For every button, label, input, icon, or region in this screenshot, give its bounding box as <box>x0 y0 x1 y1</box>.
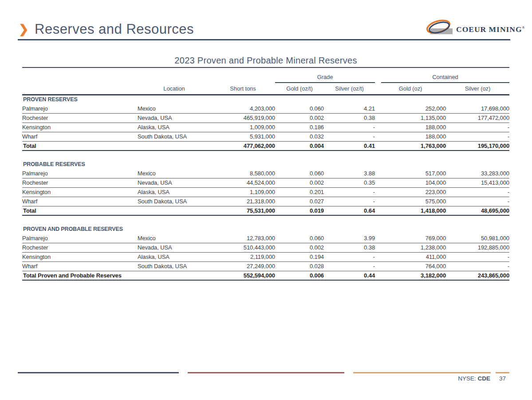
silver-oz-cell: - <box>446 261 509 271</box>
gold-ozt-cell: 0.186 <box>275 123 324 132</box>
silver-oz-cell: - <box>446 197 509 206</box>
spacer-row <box>22 215 509 224</box>
total-row: Total Proven and Probable Reserves552,59… <box>22 271 509 280</box>
gold-oz-cell: 252,000 <box>375 104 446 113</box>
location-cell: Nevada, USA <box>138 113 211 123</box>
name-cell: Rochester <box>22 243 138 252</box>
silver-oz-cell: 192,885,000 <box>446 243 509 252</box>
logo-text: COEUR MINING® <box>456 25 525 34</box>
silver-oz-cell: - <box>446 187 509 197</box>
total-short-tons-cell: 477,062,000 <box>211 141 275 150</box>
total-silver-ozt-cell: 0.64 <box>324 206 375 215</box>
table-row: WharfSouth Dakota, USA21,318,0000.027-57… <box>22 197 509 206</box>
column-header-silver-oz: Silver (oz) <box>446 83 509 95</box>
location-cell: Nevada, USA <box>138 178 211 187</box>
name-cell: Wharf <box>22 261 138 271</box>
silver-ozt-cell: 0.35 <box>324 178 375 187</box>
silver-ozt-cell: - <box>324 197 375 206</box>
short-tons-cell: 5,931,000 <box>211 132 275 141</box>
total-silver-oz-cell: 195,170,000 <box>446 141 509 150</box>
silver-ozt-cell: 3.88 <box>324 169 375 178</box>
gold-oz-cell: 769,000 <box>375 234 446 243</box>
name-cell: Wharf <box>22 132 138 141</box>
silver-oz-cell: - <box>446 132 509 141</box>
gold-oz-cell: 517,000 <box>375 169 446 178</box>
short-tons-cell: 510,443,000 <box>211 243 275 252</box>
gold-oz-cell: 188,000 <box>375 123 446 132</box>
table-row: RochesterNevada, USA510,443,0000.0020.38… <box>22 243 509 252</box>
total-row: Total75,531,0000.0190.641,418,00048,695,… <box>22 206 509 215</box>
gold-oz-cell: 223,000 <box>375 187 446 197</box>
name-cell: Palmarejo <box>22 234 138 243</box>
coeur-mining-logo: COEUR MINING® <box>422 20 525 38</box>
gold-oz-cell: 764,000 <box>375 261 446 271</box>
silver-oz-cell: 33,283,000 <box>446 169 509 178</box>
gold-oz-cell: 1,135,000 <box>375 113 446 123</box>
short-tons-cell: 1,009,000 <box>211 123 275 132</box>
column-header-short-tons: Short tons <box>211 83 275 95</box>
page-number: 37 <box>496 375 509 382</box>
total-gold-oz-cell: 3,182,000 <box>375 271 446 280</box>
gold-ozt-cell: 0.028 <box>275 261 324 271</box>
silver-ozt-cell: 4.21 <box>324 104 375 113</box>
silver-oz-cell: - <box>446 252 509 261</box>
gold-oz-cell: 1,238,000 <box>375 243 446 252</box>
total-name-cell: Total <box>22 206 138 215</box>
silver-ozt-cell: - <box>324 252 375 261</box>
section-header-row: PROVEN RESERVES <box>22 95 509 104</box>
table-body: PROVEN RESERVESPalmarejoMexico4,203,0000… <box>22 95 509 280</box>
short-tons-cell: 4,203,000 <box>211 104 275 113</box>
total-name-cell: Total <box>22 141 138 150</box>
location-cell: Alaska, USA <box>138 252 211 261</box>
silver-oz-cell: 50,981,000 <box>446 234 509 243</box>
column-header-gold-oz: Gold (oz) <box>375 83 446 95</box>
total-silver-ozt-cell: 0.41 <box>324 141 375 150</box>
total-short-tons-cell: 552,594,000 <box>211 271 275 280</box>
table-row: WharfSouth Dakota, USA27,249,0000.028-76… <box>22 261 509 271</box>
footer-line-dark <box>18 372 179 373</box>
total-short-tons-cell: 75,531,000 <box>211 206 275 215</box>
silver-ozt-cell: - <box>324 187 375 197</box>
short-tons-cell: 27,249,000 <box>211 261 275 271</box>
location-cell: Mexico <box>138 234 211 243</box>
gold-ozt-cell: 0.032 <box>275 132 324 141</box>
total-name-cell: Total Proven and Probable Reserves <box>22 271 138 280</box>
location-cell: South Dakota, USA <box>138 197 211 206</box>
gold-ozt-cell: 0.201 <box>275 187 324 197</box>
column-header-silver-ozt: Silver (oz/t) <box>324 83 375 95</box>
table-row: PalmarejoMexico4,203,0000.0604.21252,000… <box>22 104 509 113</box>
page-title: Reserves and Resources <box>35 21 194 37</box>
silver-oz-cell: 15,413,000 <box>446 178 509 187</box>
location-cell: Mexico <box>138 169 211 178</box>
gold-oz-cell: 104,000 <box>375 178 446 187</box>
short-tons-cell: 1,109,000 <box>211 187 275 197</box>
table-row: PalmarejoMexico12,783,0000.0603.99769,00… <box>22 234 509 243</box>
name-cell: Wharf <box>22 197 138 206</box>
reserves-table: Grade Contained Location Short tons Gold… <box>22 68 509 281</box>
group-header-row: Grade Contained <box>22 68 509 83</box>
gold-ozt-cell: 0.060 <box>275 169 324 178</box>
total-location-cell <box>138 206 211 215</box>
table-row: KensingtonAlaska, USA1,009,0000.186-188,… <box>22 123 509 132</box>
ticker-label: NYSE: CDE <box>426 375 490 382</box>
total-silver-oz-cell: 48,695,000 <box>446 206 509 215</box>
name-cell: Kensington <box>22 187 138 197</box>
name-cell: Kensington <box>22 123 138 132</box>
silver-ozt-cell: - <box>324 123 375 132</box>
name-cell: Kensington <box>22 252 138 261</box>
column-header-location: Location <box>138 83 211 95</box>
spacer-row <box>22 150 509 159</box>
gold-oz-cell: 411,000 <box>375 252 446 261</box>
silver-ozt-cell: 0.38 <box>324 113 375 123</box>
name-cell: Palmarejo <box>22 104 138 113</box>
grade-group-header: Grade <box>275 68 375 83</box>
gold-ozt-cell: 0.027 <box>275 197 324 206</box>
name-cell: Palmarejo <box>22 169 138 178</box>
logo-registered-mark: ® <box>522 26 525 30</box>
gold-ozt-cell: 0.002 <box>275 178 324 187</box>
chevron-icon: ❯ <box>19 24 29 36</box>
location-cell: Nevada, USA <box>138 243 211 252</box>
gold-ozt-cell: 0.060 <box>275 234 324 243</box>
ticker-symbol: CDE <box>477 375 490 382</box>
section-header-row: PROVEN AND PROBABLE RESERVES <box>22 224 509 234</box>
